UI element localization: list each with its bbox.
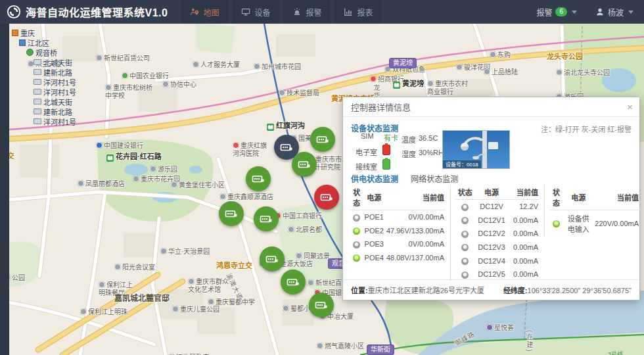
device-marker-green[interactable]	[260, 247, 285, 272]
status-led-gray	[461, 204, 469, 211]
tree-item-label: 建新北路	[43, 106, 72, 117]
location-field: 位置:重庆市江北区建新北路26号光宇大厦	[351, 285, 484, 295]
table-header: 状态	[455, 185, 474, 200]
controller-device-icon	[285, 274, 301, 290]
tree-item-建新北路[interactable]: 建新北路	[12, 106, 76, 116]
tree-item-观音桥[interactable]: 观音桥	[12, 47, 76, 57]
controller-device-icon	[319, 189, 334, 205]
tab-map[interactable]: 地图	[181, 0, 228, 24]
alarm-count-badge: 6	[555, 7, 567, 16]
tree-item-label: 重庆	[20, 28, 35, 38]
power-name: DC12V3	[474, 241, 508, 254]
device-marker-red[interactable]	[314, 185, 339, 210]
close-icon[interactable]: ×	[627, 102, 633, 112]
map-pin-person-icon	[190, 7, 199, 16]
humidity-value: 30%RH	[419, 149, 444, 156]
device-marker-green[interactable]	[310, 127, 335, 152]
chevron-down-icon	[628, 11, 633, 14]
status-led-green	[353, 227, 360, 235]
status-led-gray	[461, 231, 469, 238]
device-monitor-icon	[241, 7, 250, 16]
tree-item-label: 观音桥	[35, 47, 57, 58]
device-icon	[34, 108, 41, 114]
tree-item-洋河村1号[interactable]: 洋河村1号	[12, 116, 76, 126]
sim-status-value: 有卡	[384, 132, 398, 143]
tree-item-label: 建新北路	[43, 67, 72, 78]
device-marker-green[interactable]	[254, 206, 279, 231]
power-status	[455, 227, 474, 241]
table-row: POE30V/0.00mA	[350, 237, 446, 251]
tab-reports[interactable]: 报表	[334, 0, 382, 24]
tree-item-label: 北城天街	[43, 57, 72, 68]
device-icon	[34, 118, 41, 124]
table-row: POE247.96V/133.00mA	[350, 224, 446, 238]
coordinates-label: 经纬度:	[503, 287, 528, 295]
power-status-tables: 状态电源当前值POE10V/0.00mAPOE247.96V/133.00mAP…	[346, 185, 644, 281]
controller-device-icon	[258, 211, 274, 227]
table-row: DC12V20.00mA	[455, 227, 540, 241]
tab-network-status[interactable]: 网络状态监测	[411, 175, 458, 184]
user-menu[interactable]: 杨波	[595, 7, 635, 18]
alarm-dropdown[interactable]: 报警 6	[536, 7, 578, 18]
tree-item-建新北路[interactable]: 建新北路	[12, 67, 76, 77]
tree-item-label: 洋河村1号	[43, 87, 76, 97]
power-status	[455, 214, 474, 227]
power-value: 220V/0.00mA	[593, 210, 640, 237]
status-led-gray	[353, 241, 360, 248]
device-marker-green[interactable]	[292, 152, 317, 177]
chevron-down-icon	[572, 11, 577, 14]
power-value: 12.2V	[509, 200, 540, 214]
power-value: 0V/0.00mA	[385, 237, 446, 251]
location-label: 位置:	[351, 287, 368, 295]
power-name: POE3	[363, 237, 385, 251]
tree-item-江北区[interactable]: 江北区	[12, 37, 76, 47]
tab-alarms-label: 报警	[306, 7, 321, 18]
power-status	[455, 254, 474, 268]
controller-device-icon	[250, 171, 266, 187]
power-value: 0.00mA	[509, 227, 540, 241]
device-photo-caption-svg: 设备号：0018	[446, 161, 478, 168]
table-header: 当前值	[385, 185, 446, 210]
controller-device-icon	[313, 297, 329, 313]
status-led-gray	[461, 244, 469, 251]
region-tree: 重庆江北区观音桥北城天街建新北路洋河村1号洋河村1号北城天街建新北路洋河村1号	[12, 28, 76, 126]
device-icon	[34, 59, 41, 65]
table-header: 状态	[549, 185, 563, 210]
tab-alarms[interactable]: 报警	[283, 0, 331, 24]
tree-item-洋河村1号[interactable]: 洋河村1号	[12, 77, 76, 87]
sim-label: SIM	[361, 132, 374, 140]
tab-reports-label: 报表	[357, 7, 373, 18]
device-marker-green[interactable]	[219, 201, 244, 226]
table-row: POE448.08V/137.00mA	[350, 251, 446, 265]
district-icon	[19, 39, 26, 46]
device-marker-green[interactable]	[309, 293, 334, 318]
table-row: DC12V12.2V	[455, 200, 540, 214]
location-value: 重庆市江北区建新北路26号光宇大厦	[368, 287, 484, 295]
power-name: DC12V1	[474, 214, 508, 227]
table-header: 电源	[474, 185, 508, 200]
device-icon	[34, 79, 41, 85]
tree-item-北城天街[interactable]: 北城天街	[12, 97, 76, 106]
device-marker-green[interactable]	[246, 166, 271, 191]
device-icon	[34, 99, 41, 105]
tree-item-洋河村1号[interactable]: 洋河村1号	[12, 87, 76, 97]
controller-device-icon	[279, 139, 294, 155]
topbar-right: 报警 6 杨波	[536, 7, 644, 18]
tree-item-label: 北城天街	[43, 97, 72, 107]
tree-item-北城天街[interactable]: 北城天街	[12, 57, 76, 67]
tree-item-重庆[interactable]: 重庆	[12, 28, 76, 37]
app-logo-icon	[7, 5, 21, 19]
humidity-label: 湿度	[402, 149, 416, 159]
power-status	[350, 251, 363, 265]
power-value: 48.08V/137.00mA	[385, 251, 446, 265]
power-table-group-1: 状态电源当前值POE10V/0.00mAPOE247.96V/133.00mAP…	[346, 185, 450, 264]
electronics-room-status-red-indicator	[382, 145, 390, 155]
tab-devices[interactable]: 设备	[232, 0, 279, 24]
device-photo: 设备号：0018	[442, 130, 510, 169]
power-table-group-2: 状态电源当前值DC12V12.2VDC12V10.00mADC12V20.00m…	[450, 185, 544, 281]
tab-power-status[interactable]: 供电状态监测	[351, 175, 398, 184]
controller-detail-popup: 控制器详情信息 × 设备状态监测 注：绿-打开 灰-关闭 红-报警 SIM 有卡…	[342, 97, 640, 300]
device-marker-green[interactable]	[281, 270, 306, 295]
status-led-gray	[461, 217, 469, 224]
temperature-value: 36.5C	[419, 134, 438, 142]
